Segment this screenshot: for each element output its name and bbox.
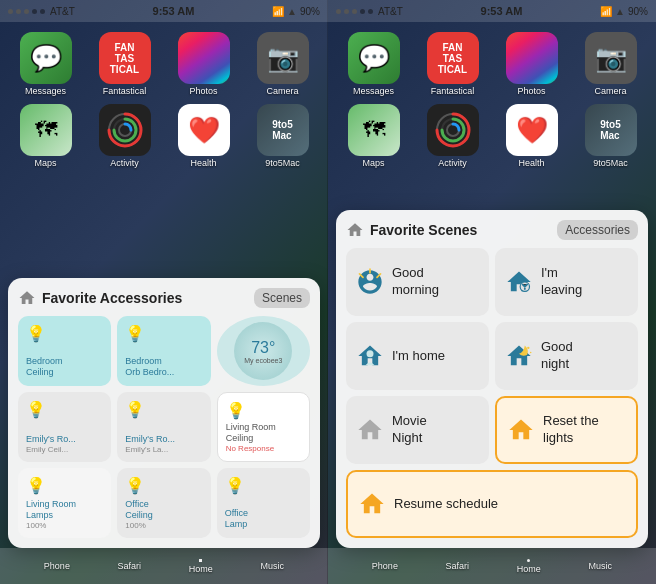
accessory-office-lamp[interactable]: 💡 OfficeLamp <box>217 468 310 538</box>
left-phone: AT&T 9:53 AM 📶 ▲ 90% 💬 Messages FANTASTI… <box>0 0 328 584</box>
accessory-ecobee[interactable]: 73° My ecobee3 <box>217 316 310 386</box>
app-9to5mac-left[interactable]: 9to5Mac 9to5Mac <box>245 104 320 168</box>
scenes-tab-button[interactable]: Scenes <box>254 288 310 308</box>
bulb-icon-bedroom-ceiling: 💡 <box>26 324 46 343</box>
home-icon-left <box>18 289 36 307</box>
status-bar-left: AT&T 9:53 AM 📶 ▲ 90% <box>0 0 328 22</box>
dock-phone-right[interactable]: Phone <box>372 561 398 571</box>
acc-name-office-lamp: OfficeLamp <box>225 508 248 530</box>
home-icon-right <box>346 221 364 239</box>
bulb-icon-office-lamp: 💡 <box>225 476 245 495</box>
dock-right: Phone Safari Home Music <box>328 548 656 584</box>
app-photos-left[interactable]: Photos <box>166 32 241 96</box>
widget-header-right: Favorite Scenes Accessories <box>346 220 638 240</box>
scene-good-night[interactable]: Goodnight <box>495 322 638 390</box>
app-maps-left[interactable]: 🗺 Maps <box>8 104 83 168</box>
scene-name-good-morning: Goodmorning <box>392 265 439 299</box>
bulb-icon-living-room: 💡 <box>226 401 246 420</box>
app-label-camera-right: Camera <box>594 86 626 96</box>
app-messages-right[interactable]: 💬 Messages <box>336 32 411 96</box>
scene-name-movie-night: MovieNight <box>392 413 427 447</box>
app-camera-right[interactable]: 📷 Camera <box>573 32 648 96</box>
wifi-right: ▲ <box>615 6 625 17</box>
status-bar-right: AT&T 9:53 AM 📶 ▲ 90% <box>328 0 656 22</box>
scene-leaving[interactable]: I'mleaving <box>495 248 638 316</box>
dock-home-right[interactable]: Home <box>517 564 541 574</box>
bulb-icon-living-lamps: 💡 <box>26 476 46 495</box>
acc-name-emily-la: Emily's Ro... <box>125 434 175 445</box>
dock-safari-left[interactable]: Safari <box>118 561 142 571</box>
scene-resume-schedule[interactable]: Resume schedule <box>346 470 638 538</box>
accessory-office-ceiling[interactable]: 💡 OfficeCeiling 100% <box>117 468 210 538</box>
scene-reset-lights[interactable]: Reset thelights <box>495 396 638 464</box>
bulb-icon-emily-la: 💡 <box>125 400 145 419</box>
apps-row2-right: 🗺 Maps Activity ❤️ Health 9to5Mac 9 <box>328 102 656 174</box>
acc-sub-living-lamps: 100% <box>26 521 76 530</box>
acc-name-living-room: Living RoomCeiling <box>226 422 276 444</box>
carrier-right: AT&T <box>378 6 403 17</box>
app-fantastical-right[interactable]: FANTASTICAL Fantastical <box>415 32 490 96</box>
app-activity-left[interactable]: Activity <box>87 104 162 168</box>
ecobee-sub: My ecobee3 <box>244 357 282 364</box>
apps-row2-left: 🗺 Maps Activity ❤️ Health 9to5Mac 9 <box>0 102 328 174</box>
accessory-bedroom-orb[interactable]: 💡 BedroomOrb Bedro... <box>117 316 210 386</box>
widget-title-right: Favorite Scenes <box>370 222 477 238</box>
acc-status-living-room: No Response <box>226 444 276 453</box>
right-phone: AT&T 9:53 AM 📶 ▲ 90% 💬 Messages FANTASTI… <box>328 0 656 584</box>
ecobee-circle: 73° My ecobee3 <box>234 322 292 380</box>
app-label-activity-right: Activity <box>438 158 467 168</box>
app-label-photos-left: Photos <box>189 86 217 96</box>
app-maps-right[interactable]: 🗺 Maps <box>336 104 411 168</box>
app-activity-right[interactable]: Activity <box>415 104 490 168</box>
bulb-icon-bedroom-orb: 💡 <box>125 324 145 343</box>
scene-name-resume-schedule: Resume schedule <box>394 496 498 513</box>
app-9to5mac-right[interactable]: 9to5Mac 9to5Mac <box>573 104 648 168</box>
wifi-left: ▲ <box>287 6 297 17</box>
accessories-tab-button[interactable]: Accessories <box>557 220 638 240</box>
app-health-right[interactable]: ❤️ Health <box>494 104 569 168</box>
ecobee-temp: 73° <box>251 339 275 357</box>
acc-sub-emily-ceil: Emily Ceil... <box>26 445 76 454</box>
app-messages-left[interactable]: 💬 Messages <box>8 32 83 96</box>
accessory-living-lamps[interactable]: 💡 Living RoomLamps 100% <box>18 468 111 538</box>
time-right: 9:53 AM <box>481 5 523 17</box>
acc-name-emily-ceil: Emily's Ro... <box>26 434 76 445</box>
app-health-left[interactable]: ❤️ Health <box>166 104 241 168</box>
scenes-widget: Favorite Scenes Accessories Goodmorning <box>336 210 648 548</box>
app-label-health-right: Health <box>518 158 544 168</box>
app-fantastical-left[interactable]: FANTASTICAL Fantastical <box>87 32 162 96</box>
accessory-emily-ceil[interactable]: 💡 Emily's Ro... Emily Ceil... <box>18 392 111 462</box>
dock-left: Phone Safari Home Music <box>0 548 328 584</box>
scene-movie-night[interactable]: MovieNight <box>346 396 489 464</box>
accessory-bedroom-ceiling[interactable]: 💡 BedroomCeiling <box>18 316 111 386</box>
dock-home-left[interactable]: Home <box>189 564 213 574</box>
svg-point-9 <box>530 352 532 354</box>
home-scene-icon <box>356 342 384 370</box>
app-photos-right[interactable]: Photos <box>494 32 569 96</box>
accessory-emily-la[interactable]: 💡 Emily's Ro... Emily's La... <box>117 392 210 462</box>
dock-music-right[interactable]: Music <box>589 561 613 571</box>
battery-pct-right: 90% <box>628 6 648 17</box>
app-label-camera-left: Camera <box>266 86 298 96</box>
dock-phone-left[interactable]: Phone <box>44 561 70 571</box>
app-label-maps-right: Maps <box>362 158 384 168</box>
acc-name-living-lamps: Living RoomLamps <box>26 499 76 521</box>
good-morning-icon <box>356 268 384 296</box>
app-camera-left[interactable]: 📷 Camera <box>245 32 320 96</box>
dock-safari-right[interactable]: Safari <box>446 561 470 571</box>
app-label-photos-right: Photos <box>517 86 545 96</box>
apps-row1-left: 💬 Messages FANTASTICAL Fantastical Photo… <box>0 22 328 102</box>
scene-good-morning[interactable]: Goodmorning <box>346 248 489 316</box>
scene-home[interactable]: I'm home <box>346 322 489 390</box>
leaving-icon <box>505 268 533 296</box>
svg-point-8 <box>527 347 529 349</box>
resume-schedule-icon <box>358 490 386 518</box>
app-label-messages-right: Messages <box>353 86 394 96</box>
accessory-living-room-ceiling[interactable]: 💡 Living RoomCeiling No Response <box>217 392 310 462</box>
app-label-9to5mac-left: 9to5Mac <box>265 158 300 168</box>
acc-name-office-ceiling: OfficeCeiling <box>125 499 153 521</box>
dock-music-left[interactable]: Music <box>261 561 285 571</box>
bluetooth-left: 📶 <box>272 6 284 17</box>
battery-pct-left: 90% <box>300 6 320 17</box>
bluetooth-right: 📶 <box>600 6 612 17</box>
